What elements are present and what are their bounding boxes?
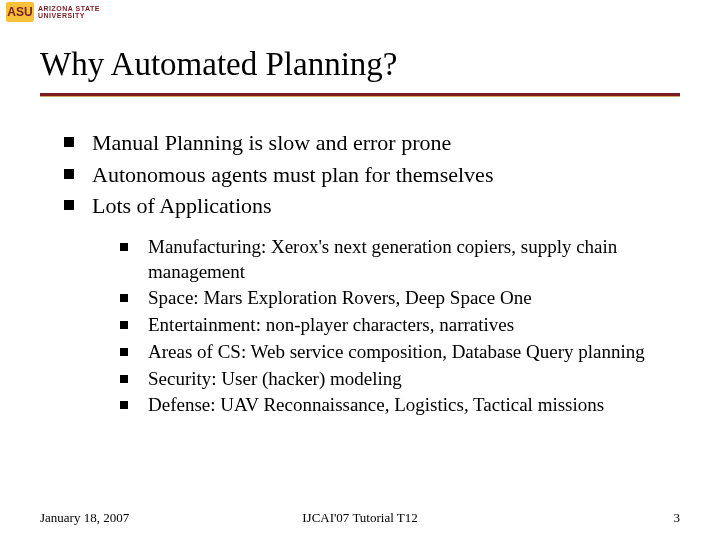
main-bullet-list: Manual Planning is slow and error prone …	[64, 128, 680, 418]
sub-bullet-item: Space: Mars Exploration Rovers, Deep Spa…	[120, 286, 680, 311]
bullet-item: Lots of Applications Manufacturing: Xero…	[64, 191, 680, 418]
logo-bar: ASU ARIZONA STATE UNIVERSITY	[0, 0, 720, 28]
sub-bullet-item: Areas of CS: Web service composition, Da…	[120, 340, 680, 365]
sub-bullet-item: Entertainment: non-player characters, na…	[120, 313, 680, 338]
slide-title: Why Automated Planning?	[40, 46, 680, 83]
sub-bullet-item: Security: User (hacker) modeling	[120, 367, 680, 392]
footer-page-number: 3	[674, 510, 681, 526]
sub-bullet-list: Manufacturing: Xerox's next generation c…	[92, 235, 680, 418]
title-area: Why Automated Planning?	[40, 46, 680, 97]
asu-logo: ASU ARIZONA STATE UNIVERSITY	[0, 0, 100, 22]
content-area: Manual Planning is slow and error prone …	[64, 128, 680, 420]
bullet-text: Lots of Applications	[92, 193, 272, 218]
bullet-item: Manual Planning is slow and error prone	[64, 128, 680, 158]
asu-logo-line2: UNIVERSITY	[38, 12, 100, 19]
bullet-item: Autonomous agents must plan for themselv…	[64, 160, 680, 190]
title-underline-shadow	[40, 96, 680, 97]
sub-bullet-item: Defense: UAV Reconnaissance, Logistics, …	[120, 393, 680, 418]
asu-logo-mark: ASU	[6, 2, 34, 22]
footer-date: January 18, 2007	[40, 510, 129, 526]
footer-center: IJCAI'07 Tutorial T12	[302, 510, 418, 526]
asu-logo-line1: ARIZONA STATE	[38, 5, 100, 12]
footer: January 18, 2007 IJCAI'07 Tutorial T12 3	[40, 510, 680, 526]
sub-bullet-item: Manufacturing: Xerox's next generation c…	[120, 235, 680, 284]
